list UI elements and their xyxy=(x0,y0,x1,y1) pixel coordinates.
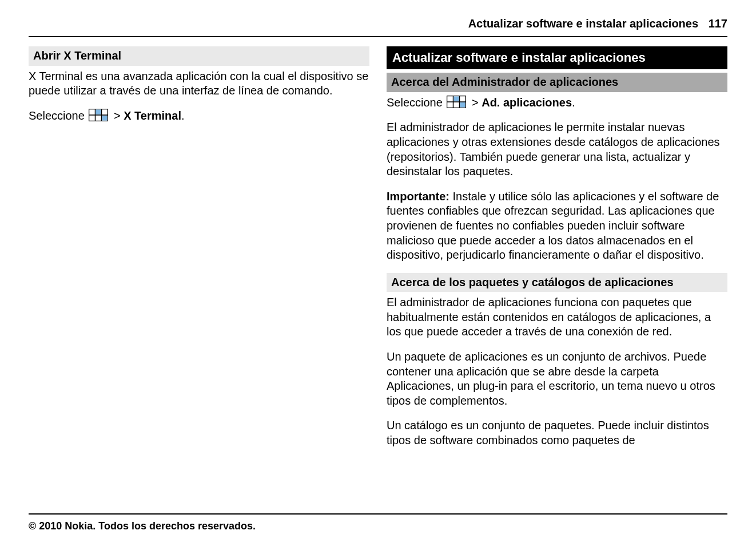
important-label: Importante: xyxy=(387,190,449,203)
important-note: Importante: Instale y utilice sólo las a… xyxy=(387,189,727,263)
packages-para2: Un paquete de aplicaciones es un conjunt… xyxy=(387,350,727,408)
left-column: Abrir X Terminal X Terminal es una avanz… xyxy=(29,46,369,458)
select-period: . xyxy=(572,96,575,109)
svg-rect-4 xyxy=(96,109,101,114)
xterminal-select-line: Seleccione > X Terminal. xyxy=(29,109,369,124)
apps-grid-icon xyxy=(447,96,466,108)
apps-grid-icon xyxy=(89,109,108,121)
running-header: Actualizar software e instalar aplicacio… xyxy=(29,17,727,36)
packages-para3: Un catálogo es un conjunto de paquetes. … xyxy=(387,418,727,448)
svg-rect-10 xyxy=(454,96,459,101)
page: Actualizar software e instalar aplicacio… xyxy=(0,0,756,546)
header-rule xyxy=(29,36,727,37)
select-target: Ad. aplicaciones xyxy=(482,96,572,109)
appmanager-select-line: Seleccione > Ad. aplicaciones. xyxy=(387,96,727,110)
footer: © 2010 Nokia. Todos los derechos reserva… xyxy=(29,513,727,532)
svg-rect-5 xyxy=(102,116,108,121)
footer-rule xyxy=(29,513,727,515)
heading-about-app-manager: Acerca del Administrador de aplicaciones xyxy=(387,73,727,92)
svg-rect-11 xyxy=(460,102,465,108)
page-number: 117 xyxy=(709,17,727,30)
content-columns: Abrir X Terminal X Terminal es una avanz… xyxy=(29,46,727,458)
select-target: X Terminal xyxy=(124,109,181,122)
select-prefix: Seleccione xyxy=(29,109,87,122)
copyright: © 2010 Nokia. Todos los derechos reserva… xyxy=(29,520,727,532)
heading-about-packages: Acerca de los paquetes y catálogos de ap… xyxy=(387,273,727,292)
select-prefix: Seleccione xyxy=(387,96,445,109)
heading-open-xterminal: Abrir X Terminal xyxy=(29,46,369,66)
select-gt: > xyxy=(468,96,482,109)
select-period: . xyxy=(181,109,185,122)
running-header-title: Actualizar software e instalar aplicacio… xyxy=(468,17,698,30)
xterminal-description: X Terminal es una avanzada aplicación co… xyxy=(29,69,369,98)
packages-para1: El administrador de aplicaciones funcion… xyxy=(387,295,727,339)
heading-update-software: Actualizar software e instalar aplicacio… xyxy=(387,46,727,69)
appmanager-description: El administrador de aplicaciones le perm… xyxy=(387,120,727,179)
right-column: Actualizar software e instalar aplicacio… xyxy=(387,46,727,458)
select-gt: > xyxy=(110,109,124,122)
